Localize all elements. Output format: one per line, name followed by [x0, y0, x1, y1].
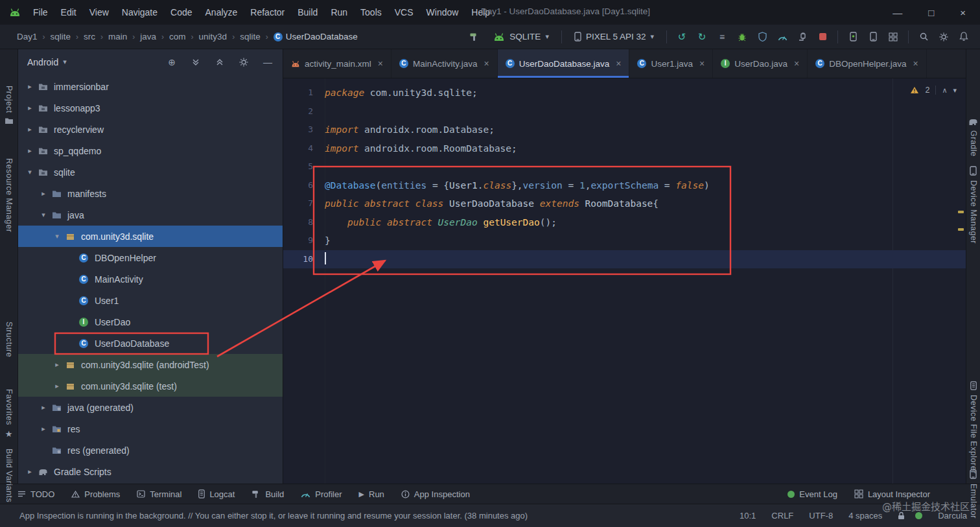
tree-item-immersionbar[interactable]: ▸immersionbar	[18, 76, 283, 97]
chevron-down-icon[interactable]: ▾	[37, 211, 50, 219]
minimize-button[interactable]: —	[892, 7, 902, 18]
tree-item-manifests[interactable]: ▸manifests	[18, 183, 283, 204]
pair-devices-icon[interactable]	[866, 30, 880, 44]
menu-file[interactable]: File	[27, 5, 54, 20]
collapse-all-icon[interactable]	[213, 55, 227, 69]
stripe-device-file-explorer[interactable]: Device File Explorer	[966, 381, 980, 474]
tab-activity-main-xml[interactable]: activity_main.xml×	[283, 49, 391, 78]
tree-item-com-unity3d-sqlite-test[interactable]: ▸com.unity3d.sqlite (test)	[18, 375, 283, 397]
chevron-right-icon[interactable]: ▸	[51, 382, 64, 390]
scrollbar-warning-mark[interactable]	[958, 228, 964, 231]
tree-item-res[interactable]: ▸res	[18, 418, 283, 439]
stripe-gradle[interactable]: Gradle	[966, 118, 980, 157]
breadcrumb-item[interactable]: com	[169, 32, 186, 41]
code-editor[interactable]: 1package com.unity3d.sqlite;23import and…	[283, 78, 966, 484]
locate-file-icon[interactable]: ⊕	[165, 55, 179, 69]
search-icon[interactable]	[916, 30, 931, 44]
settings-icon[interactable]	[937, 30, 951, 44]
tool-button-layout-inspector[interactable]: Layout Inspector	[846, 489, 939, 499]
tree-item-dbopenhelper[interactable]: CDBOpenHelper	[18, 247, 283, 268]
tool-button-run[interactable]: ▶Run	[351, 484, 393, 504]
tree-item-user1[interactable]: CUser1	[18, 290, 283, 311]
tool-button-profiler[interactable]: Profiler	[292, 484, 350, 504]
stripe-build-variants[interactable]: Build Variants	[0, 449, 18, 502]
code-line[interactable]: 10	[283, 250, 966, 269]
menu-code[interactable]: Code	[165, 5, 198, 20]
chevron-down-icon[interactable]: ▾	[51, 232, 64, 240]
stripe-favorites[interactable]: Favorites★	[0, 389, 18, 438]
breadcrumb-item[interactable]: src	[84, 32, 95, 41]
caret-position[interactable]: 10:1	[740, 511, 756, 521]
close-tab-icon[interactable]: ×	[616, 58, 621, 69]
close-button[interactable]: ×	[960, 7, 966, 18]
maximize-button[interactable]: □	[928, 7, 934, 18]
breadcrumb-item[interactable]: unity3d	[199, 32, 228, 41]
tree-item-userdao[interactable]: IUserDao	[18, 311, 283, 333]
menu-tools[interactable]: Tools	[355, 5, 388, 20]
menu-help[interactable]: Help	[465, 5, 496, 20]
tree-item-mainactivity[interactable]: CMainActivity	[18, 268, 283, 290]
stripe-device-manager[interactable]: Device Manager	[966, 166, 980, 244]
tree-item-gradle-scripts[interactable]: ▸Gradle Scripts	[18, 461, 283, 482]
code-line[interactable]: 9}	[283, 231, 966, 250]
menu-run[interactable]: Run	[325, 5, 353, 20]
inspections-widget[interactable]: 2 ∧ ▾	[910, 86, 957, 95]
status-indicator-icon[interactable]	[915, 512, 922, 519]
tree-item-com-unity3d-sqlite-androidtest[interactable]: ▸com.unity3d.sqlite (androidTest)	[18, 354, 283, 375]
tab-userdaodatabase-java[interactable]: CUserDaoDatabase.java×	[498, 49, 630, 78]
code-line[interactable]: 3import androidx.room.Database;	[283, 121, 966, 139]
tree-item-sqlite[interactable]: ▾sqlite	[18, 161, 283, 183]
debug-icon[interactable]	[735, 30, 749, 44]
chevron-right-icon[interactable]: ▸	[37, 425, 50, 433]
file-encoding-widget[interactable]: UTF-8	[809, 511, 833, 521]
menu-refactor[interactable]: Refactor	[244, 5, 290, 20]
stripe-structure[interactable]: Structure	[0, 322, 18, 357]
tool-button-build[interactable]: Build	[243, 484, 292, 504]
previous-issue-button[interactable]: ∧	[942, 87, 947, 94]
attach-debugger-icon[interactable]	[795, 30, 810, 44]
menu-build[interactable]: Build	[292, 5, 323, 20]
run-configuration-select[interactable]: SQLITE ▾	[489, 30, 554, 43]
breadcrumb-item[interactable]: sqlite	[51, 32, 71, 41]
tree-item-java-generated[interactable]: ▸java (generated)	[18, 397, 283, 418]
indent-widget[interactable]: 4 spaces	[848, 511, 882, 521]
expand-all-icon[interactable]	[189, 55, 203, 69]
chevron-right-icon[interactable]: ▸	[23, 125, 36, 134]
tool-button-app-inspection[interactable]: App Inspection	[393, 484, 478, 504]
tree-item-userdaodatabase[interactable]: CUserDaoDatabase	[18, 333, 283, 354]
settings-icon[interactable]	[237, 55, 251, 69]
notifications-icon[interactable]	[957, 30, 971, 44]
tool-button-event-log[interactable]: Event Log	[779, 489, 846, 499]
profiler-icon[interactable]	[775, 30, 789, 44]
tab-user1-java[interactable]: CUser1.java×	[629, 49, 713, 78]
chevron-right-icon[interactable]: ▸	[23, 104, 36, 112]
hide-panel-icon[interactable]: —	[261, 55, 275, 69]
run-configurations-icon[interactable]: ≡	[715, 30, 729, 44]
tree-item-com-unity3d-sqlite[interactable]: ▾com.unity3d.sqlite	[18, 226, 283, 247]
build-project-icon[interactable]	[467, 30, 481, 44]
chevron-right-icon[interactable]: ▸	[37, 189, 50, 198]
tree-item-recyclerview[interactable]: ▸recyclerview	[18, 119, 283, 140]
stripe-resource-manager[interactable]: Resource Manager	[0, 158, 18, 232]
tool-button-terminal[interactable]: Terminal	[128, 484, 190, 504]
tool-button-problems[interactable]: Problems	[63, 484, 128, 504]
tree-item-java[interactable]: ▾java	[18, 204, 283, 226]
breadcrumb-item[interactable]: sqlite	[240, 32, 261, 41]
device-select[interactable]: PIXEL 5 API 32 ▾	[570, 30, 659, 43]
menu-analyze[interactable]: Analyze	[200, 5, 244, 20]
close-tab-icon[interactable]: ×	[699, 58, 705, 69]
close-tab-icon[interactable]: ×	[484, 58, 489, 69]
scrollbar-warning-mark[interactable]	[958, 211, 964, 213]
code-line[interactable]: 2	[283, 102, 966, 121]
chevron-down-icon[interactable]: ▾	[23, 168, 36, 176]
close-tab-icon[interactable]: ×	[794, 58, 799, 69]
menu-view[interactable]: View	[84, 5, 115, 20]
menu-window[interactable]: Window	[421, 5, 465, 20]
apply-changes-icon[interactable]: ↺	[675, 30, 689, 44]
apply-code-changes-icon[interactable]: ↻	[695, 30, 709, 44]
layout-validation-icon[interactable]	[886, 30, 900, 44]
line-separator-widget[interactable]: CRLF	[771, 511, 793, 521]
menu-edit[interactable]: Edit	[55, 5, 82, 20]
breadcrumb-item[interactable]: main	[108, 32, 127, 41]
tree-item-lessonapp3[interactable]: ▸lessonapp3	[18, 97, 283, 119]
